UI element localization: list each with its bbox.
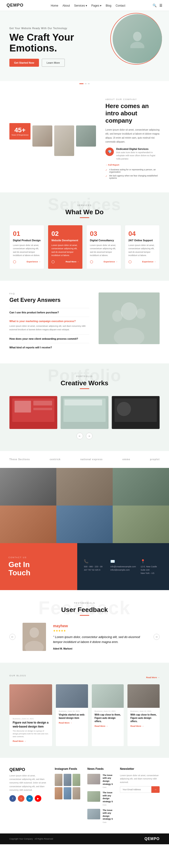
gallery-item-3 (113, 468, 169, 505)
hero-dot-2[interactable] (85, 83, 87, 84)
service-more-3[interactable]: Experience → (103, 260, 117, 263)
ig-item-1[interactable] (55, 774, 62, 786)
portfolio-item-1[interactable] (9, 396, 57, 429)
newsletter-input[interactable] (120, 786, 151, 793)
newsletter-submit-button[interactable]: → (151, 786, 160, 793)
footer-news-date-1: Date (103, 786, 113, 788)
gallery-section (0, 468, 169, 543)
faq-question-1[interactable]: Can I use this product before purchase? (9, 311, 89, 314)
search-icon[interactable]: 🔍 (153, 3, 157, 7)
portfolio-prev-button[interactable]: ← (76, 433, 83, 439)
blogs-read-more[interactable]: Read More → (146, 676, 160, 679)
footer-news-item-3: The issue with any design strategy S Dat… (87, 809, 113, 824)
blog-read-more-3[interactable]: Read More → (95, 725, 108, 727)
blog-card-3: Business | June 12, 2021 With cap close … (92, 684, 124, 746)
dedicated-text: Dedicated Digital Services Duis aute iru… (116, 148, 160, 161)
location-icon: 📍 (141, 559, 162, 563)
faq-right (99, 292, 160, 352)
ig-item-6[interactable] (72, 787, 80, 799)
blog-excerpt-1: The discourse on design is a group of de… (13, 730, 49, 738)
service-desc-2: Lorem ipsum dolor sit amet, consectetuer… (52, 244, 79, 257)
footer-brand-text: Lorem ipsum dolor sit amet, consectetuer… (9, 774, 48, 792)
blogs-header-left: Our Blogs (9, 675, 26, 679)
hero-dot-1[interactable] (79, 83, 83, 84)
ig-item-3[interactable] (72, 774, 80, 786)
about-description: Lorem ipsum dolor sit amet, consectetuer… (105, 128, 160, 144)
check-item-1: ✓ A business acting for or representing … (105, 168, 160, 173)
nav-blog[interactable]: Blog (106, 3, 111, 7)
feedback-title: User Feedback (9, 606, 160, 614)
twitter-button[interactable]: t (18, 795, 25, 802)
testimonial-prev-button[interactable]: ← (9, 634, 15, 640)
check-text-1: A business acting for or representing a … (109, 168, 160, 173)
navbar-links: Home About Services ▾ Pages ▾ Blog Conta… (51, 3, 125, 7)
facebook-button[interactable]: f (9, 795, 16, 802)
nav-home[interactable]: Home (51, 3, 58, 7)
dedicated-box: 💎 Dedicated Digital Services Duis aute i… (105, 148, 160, 161)
contact-label: Contact Us (8, 556, 69, 559)
contact-email-1: info@creativeexample.com (110, 565, 136, 568)
get-started-button[interactable]: Get Started Now (9, 59, 39, 67)
hero-photo-placeholder (113, 14, 162, 63)
gallery-item-6 (113, 505, 169, 543)
footer-news-image-2 (87, 791, 100, 802)
ig-item-2[interactable] (64, 774, 71, 786)
footer: QEMPO Lorem ipsum dolor sit amet, consec… (0, 758, 169, 844)
check-text-2: We lack agency when we fear changing est… (109, 175, 160, 179)
service-icon-1: ⬡ (13, 259, 16, 264)
portfolio-next-button[interactable]: → (86, 433, 93, 439)
testimonial-wrapper: ← mayhew ★★★★★ " Lorem ipsum dolor, cons… (9, 623, 160, 651)
full-report-link[interactable]: → Full Report (105, 164, 160, 166)
hero-dot-3[interactable] (88, 83, 90, 84)
about-images (32, 125, 96, 156)
nav-services[interactable]: Services ▾ (74, 3, 87, 7)
nav-pages[interactable]: Pages ▾ (91, 3, 101, 7)
faq-question-3[interactable]: How does your new client onboarding proc… (9, 337, 89, 340)
contact-email-2: info2@example.com (110, 569, 136, 571)
service-icon-row-4: ⬡ Experience → (128, 259, 156, 264)
blog-card-2: Business | June 10, 2021 Virginia starte… (56, 684, 88, 746)
services-section: Services Services What We Do 01 Digital … (0, 192, 169, 281)
service-card-1: 01 Digital Product Design Lorem ipsum do… (9, 225, 44, 269)
ig-item-4[interactable] (55, 787, 62, 799)
blog-read-more-2[interactable]: Read More → (59, 722, 72, 724)
portfolio-item-2[interactable] (61, 396, 108, 429)
about-left: 45+ Years Of Experience (9, 123, 96, 156)
footer-instagram-label: Instagram Feeds (55, 767, 80, 771)
blog-title-1: Figure out how to design a web-based des… (13, 721, 49, 729)
youtube-button[interactable]: ▶ (35, 795, 41, 802)
blog-card-1: Business | June 14, 2021 Figure out how … (9, 684, 52, 746)
faq-question-4[interactable]: What kind of reports will I receive? (9, 346, 89, 349)
blog-read-more-1[interactable]: Read More → (13, 740, 26, 742)
footer-news-title-2: The issue with any design strategy S (103, 791, 113, 803)
service-title-2: Website Development (52, 239, 79, 242)
svg-point-0 (133, 32, 141, 41)
faq-question-2[interactable]: What is your marketing campaign executio… (9, 320, 89, 322)
menu-icon[interactable]: ☰ (159, 3, 162, 7)
nav-contact[interactable]: Contact (115, 3, 125, 7)
linkedin-button[interactable]: in (26, 795, 33, 802)
client-logo-3: national express (80, 458, 103, 461)
blog-meta-1: Business | June 14, 2021 (13, 718, 49, 720)
portfolio-item-3[interactable] (112, 396, 160, 429)
ig-item-5[interactable] (64, 787, 71, 799)
blog-image-4 (128, 684, 160, 708)
faq-title: Get Every Answers (9, 297, 89, 303)
footer-instagram-col: Instagram Feeds (55, 767, 80, 826)
nav-about[interactable]: About (62, 3, 70, 7)
testimonial-next-button[interactable]: → (154, 634, 160, 640)
faq-item-4: What kind of reports will I receive? (9, 343, 89, 352)
service-more-2[interactable]: Read More → (66, 260, 79, 263)
svg-point-5 (112, 310, 123, 322)
footer-ig-grid (55, 774, 80, 799)
dedicated-icon: 💎 (105, 148, 114, 156)
check-item-2: ✓ We lack agency when we fear changing e… (105, 175, 160, 179)
service-title-1: Digital Product Design (13, 239, 41, 242)
service-more-4[interactable]: Experience → (142, 260, 156, 263)
contact-address-3: New York - US (141, 572, 162, 575)
service-more-1[interactable]: Experience → (27, 260, 41, 263)
learn-more-button[interactable]: Learn More (42, 59, 65, 67)
blog-body-1: Business | June 14, 2021 Figure out how … (9, 715, 52, 746)
blog-read-more-4[interactable]: Read More → (130, 725, 144, 727)
blog-image-3 (92, 684, 124, 708)
